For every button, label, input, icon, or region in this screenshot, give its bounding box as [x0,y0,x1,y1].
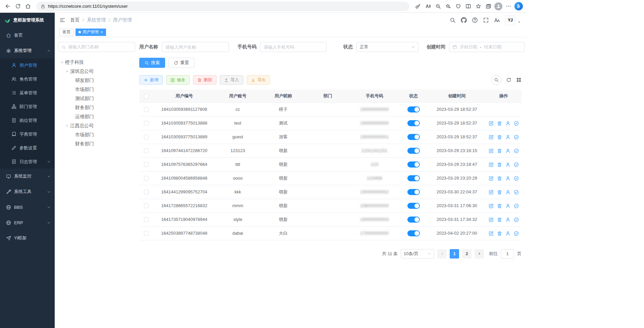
reset-password-icon[interactable] [505,148,510,153]
edit-icon[interactable] [489,162,494,167]
sidebar-item-post[interactable]: 岗位管理 [0,113,55,127]
row-checkbox[interactable] [144,176,149,181]
row-checkbox[interactable] [144,190,149,194]
profile-avatar[interactable] [493,1,503,11]
status-toggle[interactable] [407,120,420,126]
tab-用户管理[interactable]: 用户管理× [76,29,106,36]
assign-role-icon[interactable] [514,121,519,126]
reload-icon[interactable] [13,1,23,11]
assign-role-icon[interactable] [514,231,519,236]
status-select[interactable]: 正常 [356,42,418,52]
status-toggle[interactable] [407,175,420,181]
edit-icon[interactable] [489,135,494,140]
edit-button[interactable]: 修改 [166,75,190,85]
breadcrumb-home[interactable]: 首页 [70,17,80,23]
sidebar-item-yi[interactable]: Yi框架 [0,230,55,246]
page-button-1[interactable]: 1 [450,249,459,259]
github-icon[interactable] [461,17,467,23]
tree-node[interactable]: 研发部门 [58,76,135,85]
edit-icon[interactable] [489,217,494,222]
delete-icon[interactable] [497,121,502,126]
close-icon[interactable]: × [100,30,103,34]
delete-icon[interactable] [497,162,502,167]
edit-icon[interactable] [489,190,494,195]
status-toggle[interactable] [407,203,420,209]
goto-page-input[interactable] [501,249,514,259]
date-range-picker[interactable]: 开始日期 - 结束日期 [449,42,525,52]
edit-icon[interactable] [489,121,494,126]
caret-down-icon[interactable] [65,124,69,128]
refresh-icon[interactable] [506,77,511,83]
edit-icon[interactable] [489,148,494,153]
menu-fold-icon[interactable] [59,17,65,23]
sidebar-item-erp[interactable]: ERP [0,215,55,230]
row-checkbox[interactable] [144,121,149,126]
prev-page-button[interactable] [437,249,447,259]
edit-icon[interactable] [489,203,494,208]
status-toggle[interactable] [407,217,420,223]
row-checkbox[interactable] [144,217,149,222]
dept-search-input[interactable]: 请输入部门名称 [58,42,135,52]
delete-icon[interactable] [497,135,502,140]
sidebar-item-menu[interactable]: 菜单管理 [0,86,55,100]
select-all-checkbox[interactable] [144,94,149,99]
page-size-select[interactable]: 10条/页 [401,249,434,259]
sidebar-item-log[interactable]: 日志管理 [0,155,55,169]
show-search-icon[interactable] [491,75,501,85]
tree-node[interactable]: 市场部门 [58,130,135,139]
sidebar-item-user[interactable]: 用户管理 [0,58,55,72]
reset-password-icon[interactable] [505,190,510,195]
back-icon[interactable] [3,1,13,11]
tree-node[interactable]: 橙子科技 [58,58,135,67]
font-size-icon[interactable] [494,17,500,23]
row-checkbox[interactable] [144,162,149,167]
sidebar-item-dept[interactable]: 部门管理 [0,100,55,113]
reset-password-icon[interactable] [505,121,510,126]
tree-node[interactable]: 财务部门 [58,103,135,112]
zoom-icon[interactable] [433,1,443,11]
status-toggle[interactable] [407,230,420,236]
page-button-2[interactable]: 2 [462,249,472,259]
tree-node[interactable]: 市场部门 [58,85,135,94]
reset-password-icon[interactable] [505,135,510,140]
status-toggle[interactable] [407,106,420,112]
help-icon[interactable] [472,17,478,23]
delete-icon[interactable] [497,148,502,153]
tree-node[interactable]: 深圳总公司 [58,67,135,76]
address-bar[interactable]: https://ccnetcore.com:1101/system/user [36,2,409,11]
sidebar-item-role[interactable]: 角色管理 [0,72,55,86]
sidebar-item-monitor[interactable]: 系统监控 [0,169,55,184]
home-icon[interactable] [23,1,33,11]
status-toggle[interactable] [407,134,420,140]
export-button[interactable]: 导出 [247,75,270,85]
tree-node[interactable]: 财务部门 [58,139,135,148]
password-key-icon[interactable] [413,1,423,11]
import-button[interactable]: 导入 [220,75,243,85]
status-toggle[interactable] [407,161,420,168]
more-icon[interactable] [503,1,513,11]
copilot-icon[interactable]: b [513,1,524,11]
reset-password-icon[interactable] [505,203,510,208]
delete-icon[interactable] [497,190,502,195]
fullscreen-icon[interactable] [483,17,489,23]
phone-input[interactable] [260,42,327,52]
delete-button[interactable]: 删除 [193,75,216,85]
edit-icon[interactable] [489,231,494,236]
assign-role-icon[interactable] [514,176,519,181]
tab-首页[interactable]: 首页 [59,29,73,36]
browser-essentials-icon[interactable] [453,1,463,11]
sidebar-item-system[interactable]: 系统管理 [0,43,55,58]
row-checkbox[interactable] [144,148,149,153]
username-input[interactable] [162,42,229,52]
row-checkbox[interactable] [144,107,149,112]
assign-role-icon[interactable] [514,162,519,167]
search-button[interactable]: 搜索 [139,58,165,68]
sidebar-item-home[interactable]: 首页 [0,28,55,43]
sidebar-item-param[interactable]: 参数设置 [0,141,55,155]
status-toggle[interactable] [407,148,420,154]
tree-node[interactable]: 运维部门 [58,112,135,121]
search-icon[interactable] [450,17,456,23]
assign-role-icon[interactable] [514,203,519,208]
read-aloud-icon[interactable] [423,1,433,11]
row-checkbox[interactable] [144,135,149,139]
